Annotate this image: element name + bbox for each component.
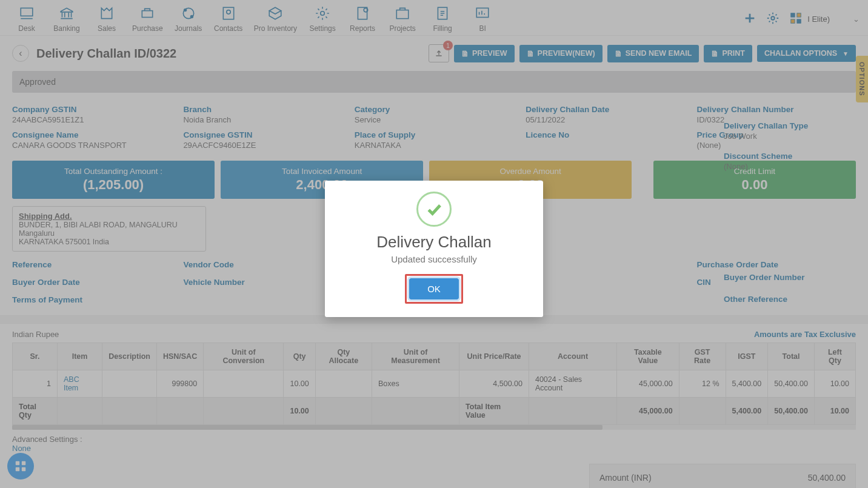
modal-overlay: Delivery Challan Updated successfully OK [0,0,868,488]
modal-message: Updated successfully [337,254,531,264]
modal-ok-button[interactable]: OK [409,278,459,299]
success-modal: Delivery Challan Updated successfully OK [325,181,543,317]
modal-title: Delivery Challan [337,233,531,252]
modal-ok-highlight: OK [405,274,463,304]
check-circle-icon [416,192,452,227]
